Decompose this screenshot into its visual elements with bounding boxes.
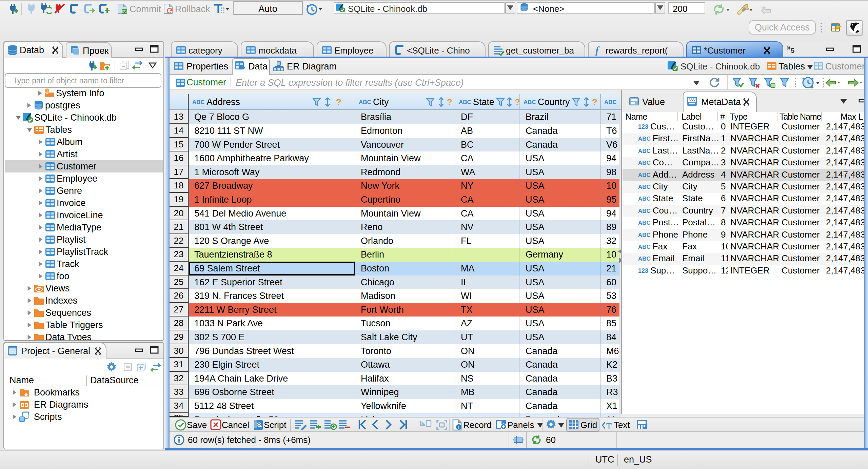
svg-text:i: i xyxy=(46,89,48,94)
svg-text:f: f xyxy=(595,45,600,56)
svg-text:i: i xyxy=(458,425,459,430)
svg-text:T: T xyxy=(606,421,612,430)
